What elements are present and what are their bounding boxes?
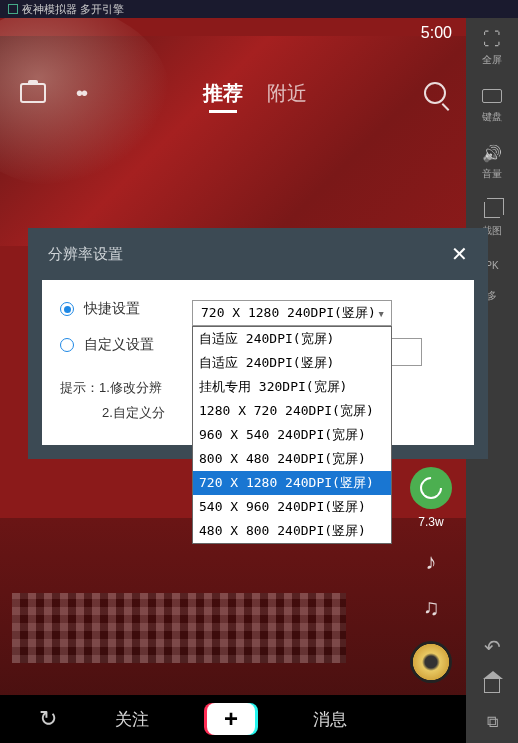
headphone-button[interactable]: ♫ — [423, 595, 440, 621]
dropdown-option[interactable]: 720 X 1280 240DPI(竖屏) — [193, 471, 391, 495]
headphone-icon: ♫ — [423, 595, 440, 621]
home-icon — [484, 679, 500, 693]
window-title: 夜神模拟器 多开引擎 — [22, 2, 124, 17]
android-home-button[interactable] — [484, 679, 500, 693]
share-button[interactable]: 7.3w — [410, 467, 452, 529]
share-count: 7.3w — [418, 515, 443, 529]
create-button[interactable]: + — [207, 703, 255, 735]
radio-custom-settings[interactable] — [60, 338, 74, 352]
fullscreen-button[interactable]: 全屏 — [481, 28, 503, 67]
resolution-select[interactable]: 720 X 1280 240DPI(竖屏) — [192, 300, 392, 326]
top-navigation: •• 推荐 附近 — [0, 68, 466, 118]
dialog-title: 分辨率设置 — [48, 245, 123, 264]
share-icon — [410, 467, 452, 509]
keyboard-icon — [482, 89, 502, 103]
more-label: 多 — [487, 289, 497, 303]
video-actions: 7.3w ♪ ♫ — [410, 467, 452, 683]
video-caption-blurred — [12, 593, 346, 663]
keyboard-label: 键盘 — [482, 110, 502, 124]
keyboard-button[interactable]: 键盘 — [481, 85, 503, 124]
nav-follow[interactable]: 关注 — [115, 708, 149, 731]
android-recent-button[interactable] — [487, 713, 498, 731]
live-icon[interactable]: •• — [76, 82, 86, 105]
dropdown-option[interactable]: 1280 X 720 240DPI(宽屏) — [193, 399, 391, 423]
dropdown-option[interactable]: 自适应 240DPI(竖屏) — [193, 351, 391, 375]
crop-icon — [484, 202, 500, 218]
app-icon — [8, 4, 18, 14]
radio-quick-settings[interactable] — [60, 302, 74, 316]
bottom-navigation: ↻ 关注 + 消息 — [0, 695, 466, 743]
android-back-button[interactable] — [484, 635, 501, 659]
resolution-dropdown: 自适应 240DPI(宽屏)自适应 240DPI(竖屏)挂机专用 320DPI(… — [192, 326, 392, 544]
fullscreen-icon — [481, 28, 503, 50]
volume-button[interactable]: 音量 — [481, 142, 503, 181]
dropdown-option[interactable]: 540 X 960 240DPI(竖屏) — [193, 495, 391, 519]
music-disc-icon[interactable] — [410, 641, 452, 683]
dropdown-option[interactable]: 自适应 240DPI(宽屏) — [193, 327, 391, 351]
window-title-bar: 夜神模拟器 多开引擎 — [0, 0, 518, 18]
tab-recommend[interactable]: 推荐 — [203, 80, 243, 107]
dropdown-option[interactable]: 480 X 800 240DPI(竖屏) — [193, 519, 391, 543]
dropdown-option[interactable]: 800 X 480 240DPI(宽屏) — [193, 447, 391, 471]
dropdown-option[interactable]: 挂机专用 320DPI(宽屏) — [193, 375, 391, 399]
search-icon[interactable] — [424, 82, 446, 104]
close-icon[interactable]: ✕ — [451, 242, 468, 266]
camera-icon[interactable] — [20, 83, 46, 103]
radio-custom-label: 自定义设置 — [84, 336, 154, 354]
volume-icon — [481, 142, 503, 164]
dropdown-option[interactable]: 960 X 540 240DPI(宽屏) — [193, 423, 391, 447]
volume-label: 音量 — [482, 167, 502, 181]
nav-message[interactable]: 消息 — [313, 708, 347, 731]
tab-nearby[interactable]: 附近 — [267, 80, 307, 107]
fullscreen-label: 全屏 — [482, 53, 502, 67]
radio-quick-label: 快捷设置 — [84, 300, 140, 318]
refresh-icon[interactable]: ↻ — [39, 706, 57, 732]
music-note-button[interactable]: ♪ — [426, 549, 437, 575]
resolution-select-value: 720 X 1280 240DPI(竖屏) — [201, 304, 376, 322]
music-note-icon: ♪ — [426, 549, 437, 575]
more-button[interactable]: 多 — [487, 289, 497, 303]
resolution-settings-dialog: 分辨率设置 ✕ 快捷设置 自定义设置 720 X 1280 240DPI(竖屏)… — [28, 228, 488, 459]
status-time: 5:00 — [421, 24, 452, 42]
